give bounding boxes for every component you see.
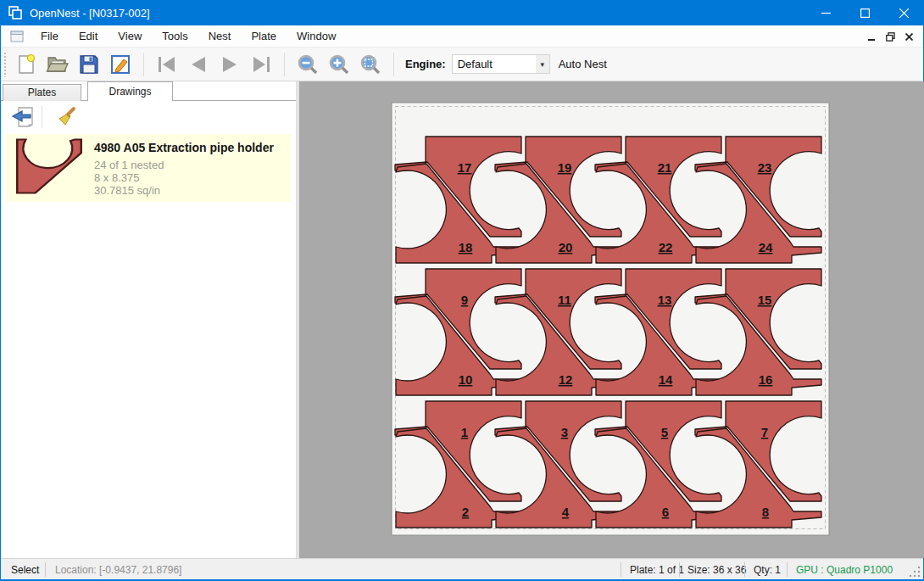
part-number-label: 14 [659,372,673,387]
menu-file[interactable]: File [31,25,69,47]
status-location: Location: [-0.9437, 21.8796] [55,564,181,576]
menu-edit[interactable]: Edit [69,25,108,47]
part-number-label: 20 [559,240,573,254]
application-window: OpenNest - [N0317-002] File Edit View To… [0,0,924,581]
next-plate-button[interactable] [217,52,242,77]
chevron-down-icon[interactable]: ▾ [536,55,549,73]
minimize-button[interactable] [806,0,845,25]
menu-window[interactable]: Window [287,25,346,47]
part-number-label: 6 [662,505,669,519]
mdi-minimize-icon [868,33,876,41]
close-icon [899,8,909,18]
part-number-label: 9 [461,293,468,307]
import-drawing-button[interactable] [9,105,36,129]
drawing-size: 8 x 8.375 [94,171,140,184]
status-separator [45,562,46,577]
engine-value: Default [453,58,536,70]
clear-drawings-button[interactable] [53,105,80,129]
menu-bar: File Edit View Tools Nest Plate Window [1,25,923,47]
edit-nest-button[interactable] [108,52,133,77]
open-folder-icon [46,53,70,75]
part-number-label: 2 [462,505,469,519]
status-bar: Select Location: [-0.9437, 21.8796] Plat… [1,558,923,579]
import-drawing-icon [11,106,35,128]
go-last-icon [250,55,272,74]
status-size: Size: 36 x 36 [687,564,746,576]
mdi-child-icon [10,31,24,42]
save-button[interactable] [76,52,102,77]
zoom-in-button[interactable] [326,52,352,77]
zoom-fit-button[interactable] [358,52,383,77]
part-number-label: 21 [658,160,672,175]
part-number-label: 12 [559,372,573,387]
zoom-fit-icon [359,53,381,75]
status-separator [679,562,680,577]
mdi-restore-icon [886,32,895,42]
part-number-label: 7 [761,425,768,439]
part-number-label: 19 [558,160,572,175]
menu-tools[interactable]: Tools [152,25,198,47]
zoom-in-icon [328,53,350,75]
zoom-out-icon [297,53,319,75]
broom-icon [55,106,77,128]
side-panel: Plates Drawings [1,81,296,558]
main-area: Plates Drawings [1,81,923,558]
part-number-label: 1 [461,425,468,439]
part-thumbnail [16,138,82,194]
first-plate-button[interactable] [154,52,180,77]
part-number-label: 5 [661,425,668,439]
auto-nest-button[interactable]: Auto Nest [559,58,607,70]
menu-view[interactable]: View [108,25,152,47]
status-plate: Plate: 1 of 1 [630,564,684,576]
drawing-nested-count: 24 of 1 nested [94,159,164,171]
drawing-area: 30.7815 sq/in [94,184,160,197]
part-number-label: 11 [558,293,571,307]
resize-grip[interactable] [909,565,921,577]
close-button[interactable] [884,0,923,25]
save-icon [78,53,100,75]
zoom-out-button[interactable] [295,52,320,77]
status-separator [621,562,621,577]
mdi-restore-button[interactable] [881,28,899,45]
mdi-close-button[interactable] [899,28,918,45]
engine-combobox[interactable]: Default ▾ [452,54,550,74]
main-toolbar: Engine: Default ▾ Auto Nest [1,47,923,81]
plate-view: 171819202122232491011121314151612345678 [299,81,924,558]
title-bar[interactable]: OpenNest - [N0317-002] [1,0,923,25]
new-button[interactable] [14,52,39,77]
menu-plate[interactable]: Plate [241,25,287,47]
drawing-list-item[interactable]: 4980 A05 Extraction pipe holder 24 of 1 … [6,134,291,202]
part-number-label: 18 [459,240,473,254]
previous-plate-button[interactable] [186,52,211,77]
part-number-label: 23 [758,160,772,175]
drawings-toolbar [1,101,296,132]
edit-icon [109,53,131,75]
open-button[interactable] [45,52,70,77]
part-number-label: 8 [762,505,769,519]
part-number-label: 10 [459,372,473,387]
go-first-icon [156,55,178,74]
maximize-button[interactable] [845,0,884,25]
tab-plates[interactable]: Plates [3,84,81,101]
menu-nest[interactable]: Nest [198,25,242,47]
status-qty: Qty: 1 [754,564,781,576]
last-plate-button[interactable] [248,52,274,77]
toolbar-grip[interactable] [3,52,8,77]
toolbar-separator [393,53,394,76]
maximize-icon [860,8,870,18]
tab-drawings[interactable]: Drawings [87,81,173,101]
mdi-close-icon [905,33,913,41]
minimize-icon [821,8,831,18]
nest-canvas[interactable]: 171819202122232491011121314151612345678 [299,81,924,558]
status-separator [787,562,788,577]
part-number-label: 3 [561,425,568,439]
part-number-label: 17 [458,160,472,175]
new-file-icon [15,53,37,75]
part-number-label: 24 [759,240,773,254]
window-title: OpenNest - [N0317-002] [30,7,150,20]
mdi-minimize-button[interactable] [862,28,881,45]
go-next-icon [219,55,241,74]
engine-label: Engine: [405,58,446,70]
part-number-label: 16 [759,372,773,387]
status-separator [744,562,745,577]
